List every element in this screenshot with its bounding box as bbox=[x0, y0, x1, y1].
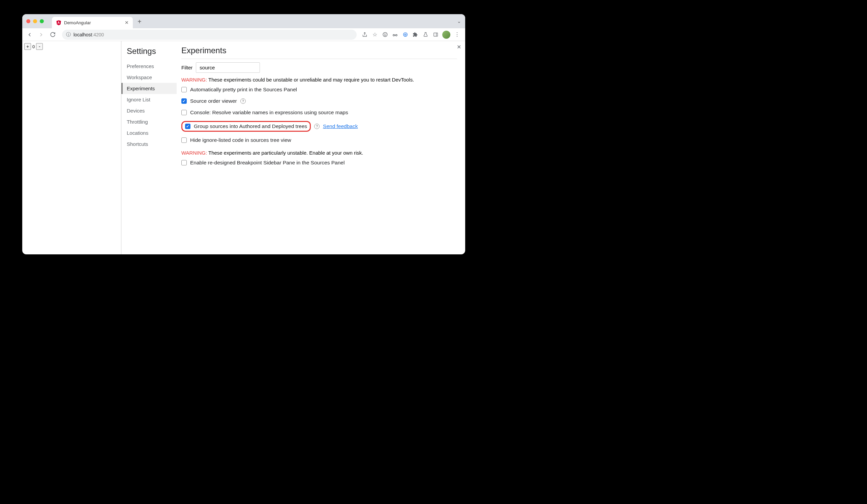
decrement-button[interactable]: - bbox=[36, 43, 43, 50]
ring-icon[interactable] bbox=[402, 31, 408, 38]
warning-general: WARNING: These experiments could be unst… bbox=[181, 77, 457, 83]
url-port: :4200 bbox=[92, 32, 104, 37]
exp-label: Automatically pretty print in the Source… bbox=[190, 87, 297, 92]
tab-strip: DemoAngular ✕ + ⌄ bbox=[22, 14, 465, 28]
experiments-panel: Experiments Filter WARNING: These experi… bbox=[176, 41, 465, 254]
nav-devices[interactable]: Devices bbox=[127, 105, 176, 116]
sidepanel-icon[interactable] bbox=[432, 31, 439, 38]
window-maximize[interactable] bbox=[40, 19, 44, 23]
checkbox[interactable] bbox=[181, 160, 187, 165]
angular-icon bbox=[56, 20, 61, 25]
tab-title: DemoAngular bbox=[64, 20, 91, 25]
toolbar-actions: ☆ ⋮ bbox=[361, 31, 462, 39]
extensions-icon[interactable] bbox=[412, 31, 419, 38]
eyeglasses-icon[interactable] bbox=[392, 31, 398, 38]
close-settings-icon[interactable]: ✕ bbox=[457, 44, 461, 50]
tabs-dropdown-icon[interactable]: ⌄ bbox=[457, 19, 461, 24]
nav-locations[interactable]: Locations bbox=[127, 127, 176, 139]
exp-breakpoint-sidebar: Enable re-designed Breakpoint Sidebar Pa… bbox=[181, 160, 457, 166]
address-bar[interactable]: ⓘ localhost:4200 bbox=[62, 30, 357, 40]
url-host: localhost bbox=[74, 32, 92, 37]
exp-group-sources: Group sources into Authored and Deployed… bbox=[181, 121, 457, 132]
highlight-annotation: Group sources into Authored and Deployed… bbox=[181, 121, 311, 132]
nav-shortcuts[interactable]: Shortcuts bbox=[127, 139, 176, 150]
counter: + 0 - bbox=[24, 43, 119, 50]
content-area: + 0 - ✕ Settings Preferences Workspace E… bbox=[22, 41, 465, 254]
svg-point-6 bbox=[393, 34, 395, 36]
experiments-list: Automatically pretty print in the Source… bbox=[181, 87, 457, 143]
warning-text: These experiments are particularly unsta… bbox=[207, 150, 363, 156]
checkbox[interactable] bbox=[181, 138, 187, 143]
warning-unstable: WARNING: These experiments are particula… bbox=[181, 150, 457, 156]
filter-input[interactable] bbox=[196, 62, 260, 73]
exp-label: Group sources into Authored and Deployed… bbox=[194, 123, 307, 129]
window-controls bbox=[26, 19, 44, 23]
checkbox[interactable] bbox=[181, 110, 187, 115]
exp-label: Hide ignore-listed code in sources tree … bbox=[190, 137, 291, 143]
svg-point-10 bbox=[405, 34, 406, 35]
browser-window: DemoAngular ✕ + ⌄ ⓘ localhost:4200 ☆ bbox=[22, 14, 465, 254]
window-close[interactable] bbox=[26, 19, 30, 23]
bookmark-icon[interactable]: ☆ bbox=[372, 31, 378, 38]
svg-point-4 bbox=[384, 34, 384, 34]
counter-value: 0 bbox=[32, 44, 35, 49]
warning-label: WARNING: bbox=[181, 77, 207, 83]
nav-experiments[interactable]: Experiments bbox=[121, 83, 176, 94]
checkbox[interactable] bbox=[185, 124, 191, 129]
svg-point-5 bbox=[385, 34, 386, 34]
menu-icon[interactable]: ⋮ bbox=[454, 31, 460, 38]
profile-avatar[interactable] bbox=[442, 31, 450, 39]
settings-title: Settings bbox=[127, 46, 176, 56]
new-tab-button[interactable]: + bbox=[138, 18, 142, 25]
exp-label: Enable re-designed Breakpoint Sidebar Pa… bbox=[190, 160, 344, 166]
exp-hide-ignored: Hide ignore-listed code in sources tree … bbox=[181, 137, 457, 143]
browser-toolbar: ⓘ localhost:4200 ☆ ⋮ bbox=[22, 28, 465, 41]
checkbox[interactable] bbox=[181, 98, 187, 104]
svg-point-9 bbox=[403, 33, 407, 36]
browser-tab[interactable]: DemoAngular ✕ bbox=[52, 17, 133, 28]
nav-ignore-list[interactable]: Ignore List bbox=[127, 94, 176, 105]
devtools-panel: ✕ Settings Preferences Workspace Experim… bbox=[121, 41, 465, 254]
help-icon[interactable]: ? bbox=[314, 124, 320, 129]
forward-button[interactable] bbox=[36, 30, 46, 40]
exp-label: Source order viewer bbox=[190, 98, 237, 104]
exp-pretty-print: Automatically pretty print in the Source… bbox=[181, 87, 457, 92]
exp-label: Console: Resolve variable names in expre… bbox=[190, 109, 348, 116]
page-panel: + 0 - bbox=[22, 41, 121, 254]
increment-button[interactable]: + bbox=[24, 43, 31, 50]
tab-close-icon[interactable]: ✕ bbox=[125, 20, 129, 25]
filter-row: Filter bbox=[181, 62, 457, 73]
svg-point-3 bbox=[383, 32, 387, 37]
reload-button[interactable] bbox=[48, 30, 57, 40]
feedback-link[interactable]: Send feedback bbox=[323, 123, 358, 129]
exp-console-sourcemaps: Console: Resolve variable names in expre… bbox=[181, 109, 457, 116]
nav-preferences[interactable]: Preferences bbox=[127, 61, 176, 72]
unstable-list: Enable re-designed Breakpoint Sidebar Pa… bbox=[181, 160, 457, 166]
share-icon[interactable] bbox=[361, 31, 368, 38]
filter-label: Filter bbox=[181, 65, 192, 70]
labs-icon[interactable] bbox=[422, 31, 429, 38]
warning-label: WARNING: bbox=[181, 150, 207, 156]
window-minimize[interactable] bbox=[33, 19, 37, 23]
exp-source-order: Source order viewer ? bbox=[181, 98, 457, 104]
nav-throttling[interactable]: Throttling bbox=[127, 116, 176, 127]
experiments-title: Experiments bbox=[181, 46, 457, 55]
svg-point-7 bbox=[396, 34, 397, 36]
settings-nav: Preferences Workspace Experiments Ignore… bbox=[127, 61, 176, 150]
svg-rect-12 bbox=[434, 33, 437, 36]
nav-workspace[interactable]: Workspace bbox=[127, 72, 176, 83]
site-info-icon[interactable]: ⓘ bbox=[66, 32, 71, 38]
checkbox[interactable] bbox=[181, 87, 187, 92]
incognito-icon[interactable] bbox=[382, 31, 388, 38]
help-icon[interactable]: ? bbox=[240, 98, 246, 104]
back-button[interactable] bbox=[25, 30, 34, 40]
warning-text: These experiments could be unstable or u… bbox=[207, 77, 414, 83]
settings-sidebar: Settings Preferences Workspace Experimen… bbox=[121, 41, 176, 254]
